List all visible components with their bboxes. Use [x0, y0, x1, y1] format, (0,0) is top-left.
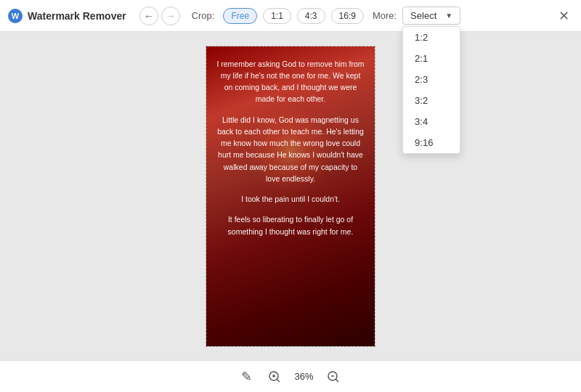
select-wrapper: Select ▼ 1:2 2:1 2:3 3:2 3:4 9:16 [402, 7, 460, 25]
dropdown-item-3-2[interactable]: 3:2 [403, 90, 460, 111]
nav-back-button[interactable]: ← [139, 7, 158, 25]
image-paragraph-1: I remember asking God to remove him from… [216, 58, 365, 105]
app-logo-icon: W [7, 8, 23, 24]
dropdown-item-9-16[interactable]: 9:16 [403, 132, 460, 153]
image-paragraph-4: It feels so liberating to finally let go… [216, 213, 365, 237]
chevron-down-icon: ▼ [445, 12, 452, 20]
select-label: Select [410, 10, 436, 21]
dropdown-item-3-4[interactable]: 3:4 [403, 111, 460, 132]
zoom-out-button[interactable] [324, 367, 343, 386]
select-button[interactable]: Select ▼ [402, 7, 460, 25]
canvas-area: I remember asking God to remove him from… [0, 32, 581, 360]
image-background: I remember asking God to remove him from… [206, 46, 375, 346]
image-text-overlay: I remember asking God to remove him from… [206, 46, 375, 258]
crop-label: Crop: [192, 10, 215, 21]
toolbar: W Watermark Remover ← → Crop: Free 1:1 4… [0, 0, 581, 32]
dropdown-menu: 1:2 2:1 2:3 3:2 3:4 9:16 [402, 26, 460, 154]
zoom-in-button[interactable] [265, 367, 284, 386]
crop-free-button[interactable]: Free [223, 8, 257, 24]
hand-tool-button[interactable]: ✎ [238, 366, 255, 388]
crop-4-3-button[interactable]: 4:3 [297, 8, 325, 24]
close-button[interactable]: ✕ [553, 6, 574, 26]
svg-text:W: W [12, 12, 20, 20]
dropdown-item-1-2[interactable]: 1:2 [403, 27, 460, 48]
image-paragraph-3: I took the pain until I couldn't. [216, 193, 365, 205]
app-logo-area: W Watermark Remover [7, 8, 126, 24]
svg-line-8 [336, 379, 338, 382]
dropdown-item-2-1[interactable]: 2:1 [403, 48, 460, 69]
image-paragraph-2: Little did I know, God was magnetting us… [216, 114, 365, 185]
image-container: I remember asking God to remove him from… [206, 46, 375, 347]
crop-16-9-button[interactable]: 16:9 [331, 8, 364, 24]
zoom-level-display: 36% [294, 371, 313, 382]
crop-1-1-button[interactable]: 1:1 [263, 8, 291, 24]
app-title: Watermark Remover [28, 10, 126, 22]
more-label: More: [373, 10, 397, 21]
dropdown-item-2-3[interactable]: 2:3 [403, 69, 460, 90]
bottom-toolbar: ✎ 36% [0, 360, 581, 392]
svg-line-5 [277, 379, 280, 382]
nav-buttons: ← → [139, 7, 180, 25]
nav-forward-button[interactable]: → [161, 7, 180, 25]
